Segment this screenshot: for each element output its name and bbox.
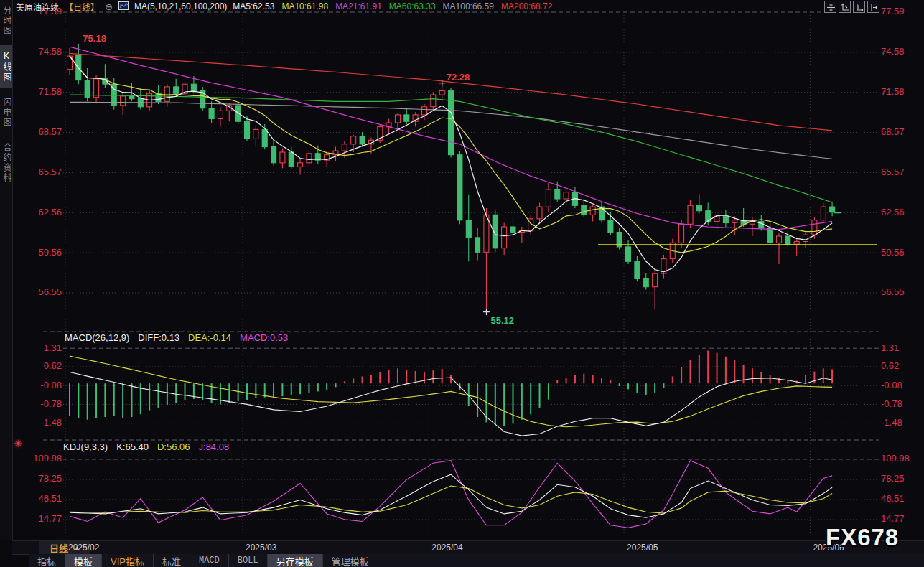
macd-diff-value: DIFF:0.13 [138,332,179,343]
tab-standard[interactable]: 标准 [154,554,190,567]
svg-text:0.62: 0.62 [44,360,62,371]
tab-macd[interactable]: MACD [190,554,229,567]
chart-header: 美原油连续 【日线】 ⊖ MA(5,10,21,60,100,200) MA5:… [16,1,552,12]
kdj-j-value: J:84.08 [199,441,230,452]
svg-text:46.51: 46.51 [38,493,62,504]
svg-text:59.56: 59.56 [881,247,905,258]
kdj-k-value: K:65.40 [116,441,149,452]
svg-text:78.25: 78.25 [881,473,905,484]
svg-text:75.18: 75.18 [83,33,106,44]
kdj-d-value: D:56.06 [157,441,190,452]
sidebar-item-contract-info[interactable]: 合约资料 [0,137,12,189]
svg-text:-0.78: -0.78 [40,398,62,409]
symbol-name[interactable]: 美原油连续 [16,1,59,13]
time-axis-icon[interactable] [853,1,865,13]
tab-vip-indicator[interactable]: VIP指标 [102,554,154,567]
svg-text:62.56: 62.56 [38,207,62,217]
svg-text:56.55: 56.55 [881,286,905,297]
period-selector-label: 日线 [50,541,68,555]
svg-text:65.57: 65.57 [38,167,62,177]
chart-canvas: 77.5977.5974.5874.5871.5871.5868.5768.57… [0,0,924,567]
tab-indicator[interactable]: 指标 [29,554,65,567]
sidebar-item-kline-chart[interactable]: K线图 [0,45,12,88]
bottom-tab-bar: 指标模板VIP指标标准MACDBOLL另存模板管理模板 [29,554,924,567]
x-axis-label: 2025/02 [68,543,99,553]
ma-legend-ma60: MA60:63.33 [389,1,436,11]
kdj-header: KDJ(9,3,3) K:65.40 D:56.06 J:84.08 [63,441,229,452]
tab-manage-template[interactable]: 管理模板 [323,554,378,567]
svg-text:62.56: 62.56 [881,207,905,217]
tab-save-template[interactable]: 另存模板 [268,554,323,567]
app-window: 77.5977.5974.5874.5871.5871.5868.5768.57… [0,0,924,567]
mini-chart-icon[interactable] [118,1,129,12]
svg-text:68.57: 68.57 [881,126,905,137]
svg-text:74.58: 74.58 [881,46,905,57]
svg-text:77.59: 77.59 [881,6,905,17]
x-axis-label: 2025/05 [627,543,658,553]
svg-text:71.58: 71.58 [38,86,62,97]
x-axis-label: 2025/04 [431,543,462,553]
window-toolbar [824,1,879,13]
svg-text:0.62: 0.62 [881,360,899,371]
svg-text:59.56: 59.56 [38,247,62,258]
svg-text:-1.48: -1.48 [881,417,902,428]
svg-text:56.55: 56.55 [38,286,62,297]
svg-text:1.31: 1.31 [881,342,899,353]
sidebar-item-time-chart[interactable]: 分时图 [0,0,12,42]
svg-text:68.57: 68.57 [38,126,62,137]
svg-text:72.28: 72.28 [447,72,470,83]
svg-text:109.98: 109.98 [33,453,62,464]
ma-legend-ma100: MA100:66.59 [443,1,494,11]
period-label[interactable]: 【日线】 [65,1,99,13]
ma-legend-ma21: MA21:61.91 [335,1,382,11]
watermark: FX678 [826,524,899,551]
ma-legend: MA5:62.53MA10:61.98MA21:61.91MA60:63.33M… [233,1,552,11]
tab-template[interactable]: 模板 [65,554,102,567]
svg-text:65.57: 65.57 [881,167,905,177]
pan-icon[interactable] [824,1,836,13]
macd-value: MACD:0.53 [240,332,288,343]
minus-circle-icon[interactable]: ⊖ [105,2,113,11]
svg-text:55.12: 55.12 [490,315,514,326]
svg-text:-0.08: -0.08 [40,380,62,390]
svg-text:14.77: 14.77 [38,513,62,524]
svg-text:14.77: 14.77 [881,513,905,524]
ma-settings-label: MA(5,10,21,60,100,200) [134,1,227,11]
ma-legend-ma10: MA10:61.98 [281,1,328,11]
svg-text:78.25: 78.25 [38,473,62,484]
svg-text:-0.78: -0.78 [881,398,902,409]
svg-text:109.98: 109.98 [881,453,910,464]
macd-header: MACD(26,12,9) DIFF:0.13 DEA:-0.14 MACD:0… [65,332,288,343]
svg-text:-1.48: -1.48 [40,417,62,428]
ma-legend-ma5: MA5:62.53 [233,1,274,11]
kdj-title[interactable]: KDJ(9,3,3) [63,441,108,452]
ma-legend-ma200: MA200:68.72 [501,1,552,11]
x-axis-label: 2025/03 [246,543,276,553]
svg-text:-0.08: -0.08 [881,380,902,390]
svg-text:71.58: 71.58 [881,86,905,97]
svg-text:1.31: 1.31 [44,342,62,353]
tab-boll[interactable]: BOLL [229,554,268,567]
macd-title[interactable]: MACD(26,12,9) [65,332,129,343]
svg-text:46.51: 46.51 [881,493,905,504]
time-axis-row: 日线 ▲ 2025/022025/032025/042025/052025/06 [12,540,924,555]
svg-text:74.58: 74.58 [38,46,62,57]
price-axis-icon[interactable] [839,1,851,13]
shift-right-icon[interactable] [867,1,879,13]
sidebar-item-flash-chart[interactable]: 闪电图 [0,92,12,133]
sidebar: 分时图K线图闪电图合约资料 [0,0,13,540]
alert-star-icon[interactable]: ☀ [14,438,23,449]
macd-dea-value: DEA:-0.14 [188,332,231,343]
